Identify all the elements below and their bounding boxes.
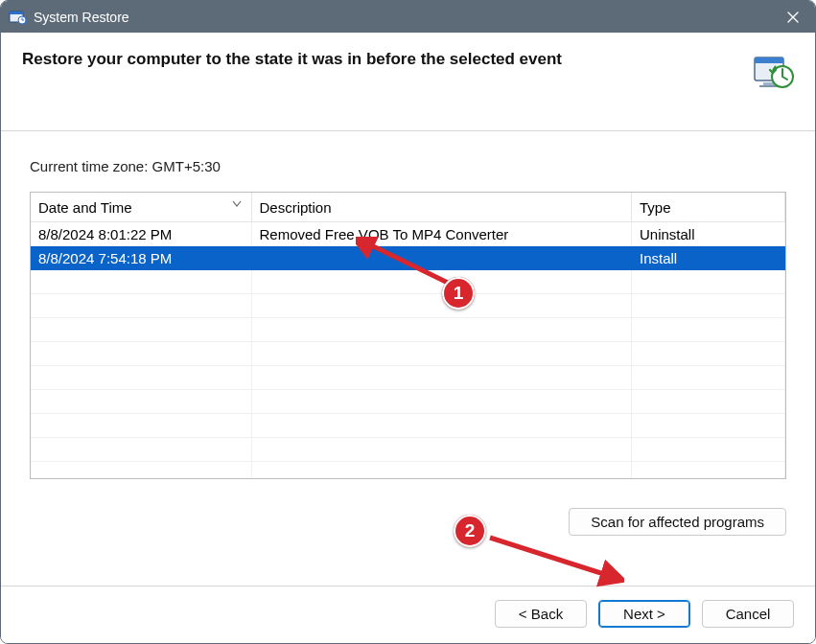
- col-datetime-label: Date and Time: [38, 199, 132, 216]
- cell-type: [632, 318, 785, 342]
- col-datetime[interactable]: Date and Time: [31, 193, 251, 222]
- body-area: Current time zone: GMT+5:30 Date and Tim…: [1, 131, 815, 586]
- cell-description: [251, 342, 632, 366]
- cell-type: Uninstall: [632, 222, 785, 246]
- cell-description: [251, 462, 632, 480]
- app-icon: [9, 9, 26, 26]
- close-button[interactable]: [771, 1, 815, 33]
- cell-description: [251, 318, 632, 342]
- svg-rect-4: [755, 58, 783, 63]
- scan-affected-button[interactable]: Scan for affected programs: [569, 508, 786, 536]
- cell-description: [251, 414, 632, 438]
- cell-type: [632, 390, 785, 414]
- cell-type: [632, 294, 785, 318]
- next-button[interactable]: Next >: [598, 600, 690, 628]
- scan-row: Scan for affected programs: [30, 508, 786, 536]
- titlebar: System Restore: [1, 1, 815, 33]
- table-row[interactable]: [31, 414, 785, 438]
- cell-description: [251, 390, 632, 414]
- system-restore-window: System Restore Restore your computer to …: [0, 0, 816, 644]
- cell-datetime: 8/8/2024 7:54:18 PM: [31, 246, 251, 270]
- cell-description: Removed Free VOB To MP4 Converter: [251, 222, 632, 246]
- window-title: System Restore: [34, 10, 771, 25]
- table-row[interactable]: 8/8/2024 8:01:22 PMRemoved Free VOB To M…: [31, 222, 785, 246]
- table-row[interactable]: [31, 342, 785, 366]
- timezone-label: Current time zone: GMT+5:30: [30, 158, 786, 174]
- annotation-arrow-2: [480, 530, 624, 587]
- cell-type: [632, 438, 785, 462]
- restore-points-table[interactable]: Date and Time Description Type: [30, 192, 786, 479]
- sort-caret-icon: [232, 195, 242, 211]
- cell-type: [632, 414, 785, 438]
- cell-datetime: [31, 270, 251, 294]
- cell-datetime: [31, 294, 251, 318]
- header-strip: Restore your computer to the state it wa…: [1, 33, 815, 131]
- svg-line-9: [490, 538, 610, 576]
- table-header-row: Date and Time Description Type: [31, 193, 785, 222]
- cell-type: Install: [632, 246, 785, 270]
- table-row[interactable]: [31, 294, 785, 318]
- table-row[interactable]: [31, 438, 785, 462]
- cell-datetime: [31, 342, 251, 366]
- table-row[interactable]: [31, 270, 785, 294]
- cell-datetime: [31, 318, 251, 342]
- page-heading: Restore your computer to the state it wa…: [22, 50, 562, 69]
- cell-description: [251, 294, 632, 318]
- table-row[interactable]: 8/8/2024 7:54:18 PMInstall: [31, 246, 785, 270]
- cancel-button[interactable]: Cancel: [702, 600, 794, 628]
- cell-description: [251, 438, 632, 462]
- table-row[interactable]: [31, 366, 785, 390]
- restore-icon: [752, 50, 794, 92]
- back-button[interactable]: < Back: [495, 600, 587, 628]
- table-row[interactable]: [31, 462, 785, 480]
- cell-description: [251, 246, 632, 270]
- cell-datetime: [31, 414, 251, 438]
- table-row[interactable]: [31, 318, 785, 342]
- cell-type: [632, 270, 785, 294]
- cell-type: [632, 342, 785, 366]
- cell-description: [251, 366, 632, 390]
- col-description-label: Description: [260, 199, 332, 216]
- cell-datetime: 8/8/2024 8:01:22 PM: [31, 222, 251, 246]
- svg-rect-1: [10, 12, 23, 14]
- cell-datetime: [31, 366, 251, 390]
- wizard-footer: < Back Next > Cancel: [1, 586, 815, 643]
- col-description[interactable]: Description: [251, 193, 632, 222]
- table-row[interactable]: [31, 390, 785, 414]
- cell-type: [632, 462, 785, 480]
- cell-datetime: [31, 438, 251, 462]
- close-icon: [787, 12, 799, 23]
- col-type[interactable]: Type: [632, 193, 785, 222]
- cell-datetime: [31, 462, 251, 480]
- cell-datetime: [31, 390, 251, 414]
- cell-type: [632, 366, 785, 390]
- col-type-label: Type: [640, 199, 671, 216]
- cell-description: [251, 270, 632, 294]
